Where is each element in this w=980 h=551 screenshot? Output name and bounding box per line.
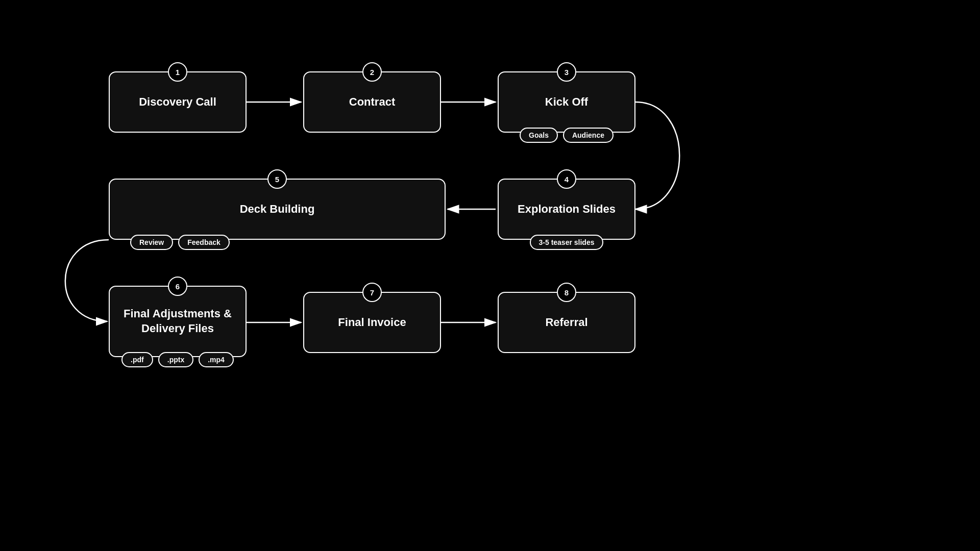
tag-feedback: Feedback (178, 235, 230, 250)
step-1-circle: 1 (168, 62, 187, 82)
tag-mp4: .mp4 (199, 352, 234, 367)
step-7-circle: 7 (362, 283, 382, 302)
node-1: 1 Discovery Call (109, 71, 247, 133)
node-7: 7 Final Invoice (303, 292, 441, 353)
tag-goals: Goals (520, 128, 558, 143)
node-4-title: Exploration Slides (518, 202, 616, 217)
tag-pdf: .pdf (121, 352, 153, 367)
node-7-title: Final Invoice (338, 315, 406, 330)
step-5-circle: 5 (267, 169, 287, 189)
node-2: 2 Contract (303, 71, 441, 133)
step-6-circle: 6 (168, 277, 187, 296)
node-6: 6 Final Adjustments & Delivery Files .pd… (109, 286, 247, 357)
step-8-circle: 8 (557, 283, 576, 302)
tag-audience: Audience (563, 128, 614, 143)
node-1-title: Discovery Call (139, 95, 216, 110)
node-3-title: Kick Off (545, 95, 588, 110)
step-4-circle: 4 (557, 169, 576, 189)
tag-review: Review (130, 235, 173, 250)
node-6-title: Final Adjustments & Delivery Files (124, 307, 232, 336)
node-5-title: Deck Building (240, 202, 315, 217)
tag-pptx: .pptx (158, 352, 193, 367)
node-2-title: Contract (349, 95, 395, 110)
node-5: 5 Deck Building Review Feedback (109, 179, 446, 240)
tag-teaser: 3-5 teaser slides (530, 235, 604, 250)
step-2-circle: 2 (362, 62, 382, 82)
diagram: 1 Discovery Call 2 Contract 3 Kick Off G… (0, 0, 980, 551)
node-8: 8 Referral (498, 292, 635, 353)
node-4: 4 Exploration Slides 3-5 teaser slides (498, 179, 635, 240)
node-8-title: Referral (545, 315, 587, 330)
step-3-circle: 3 (557, 62, 576, 82)
node-3: 3 Kick Off Goals Audience (498, 71, 635, 133)
